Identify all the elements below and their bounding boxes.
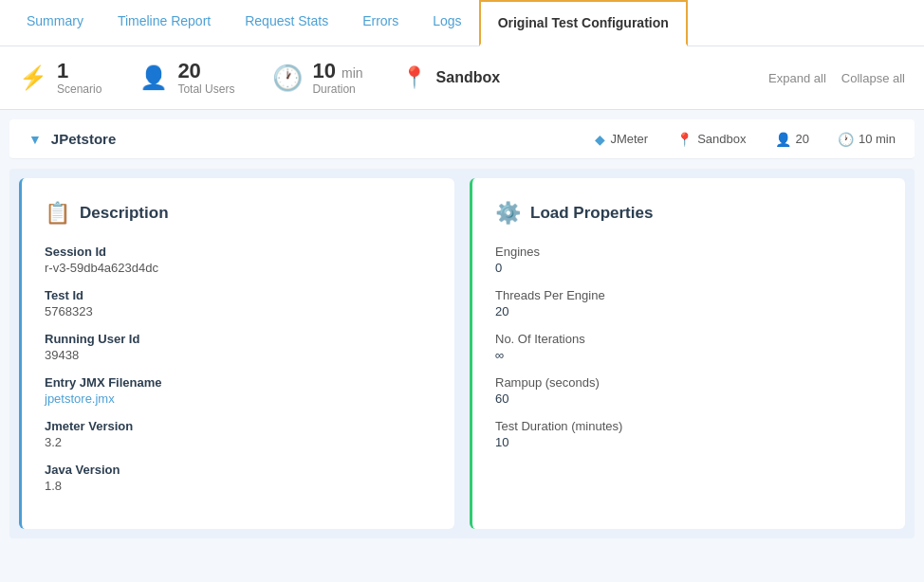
row-users-icon: 👤 <box>775 132 791 147</box>
running-user-id-label: Running User Id <box>45 332 432 346</box>
entry-jmx-value[interactable]: jpetstore.jmx <box>45 391 432 406</box>
session-id-label: Session Id <box>45 245 432 259</box>
users-label: Total Users <box>177 82 234 96</box>
field-java-version: Java Version 1.8 <box>45 463 432 493</box>
rampup-label: Rampup (seconds) <box>495 375 882 390</box>
summary-users: 👤 20 Total Users <box>139 60 272 96</box>
tab-timeline[interactable]: Timeline Report <box>101 0 228 45</box>
field-entry-jmx: Entry JMX Filename jpetstore.jmx <box>45 375 432 406</box>
test-id-value: 5768323 <box>45 304 432 318</box>
load-card: ⚙️ Load Properties Engines 0 Threads Per… <box>470 178 905 529</box>
load-rampup: Rampup (seconds) 60 <box>495 375 882 406</box>
jmeter-version-label: Jmeter Version <box>45 419 432 433</box>
field-running-user-id: Running User Id 39438 <box>45 332 432 362</box>
tabs-bar: Summary Timeline Report Request Stats Er… <box>0 0 924 46</box>
summary-location: 📍 Sandbox <box>401 65 539 90</box>
location-value: Sandbox <box>697 132 746 146</box>
summary-bar: ⚡ 1 Scenario 👤 20 Total Users 🕐 10 min D… <box>0 46 924 110</box>
engine-value: JMeter <box>610 132 648 146</box>
users-value: 20 <box>177 60 234 82</box>
tab-request-stats[interactable]: Request Stats <box>228 0 345 45</box>
load-card-icon: ⚙️ <box>495 201 521 226</box>
pin-icon: 📍 <box>401 65 427 90</box>
load-engines: Engines 0 <box>495 245 882 275</box>
speed-icon: ⚡ <box>19 64 47 91</box>
location-meta: 📍 Sandbox <box>676 132 746 147</box>
row-collapse-arrow[interactable]: ▼ <box>28 132 42 147</box>
summary-scenario: ⚡ 1 Scenario <box>19 60 139 96</box>
users-meta: 👤 20 <box>775 132 809 147</box>
row-duration-value: 10 min <box>859 132 896 146</box>
duration-meta: 🕐 10 min <box>838 132 896 147</box>
description-card: 📋 Description Session Id r-v3-59db4a623d… <box>19 178 454 529</box>
test-name: JPetstore <box>51 131 596 147</box>
test-id-label: Test Id <box>45 288 432 302</box>
scenario-label: Scenario <box>57 82 102 96</box>
row-clock-icon: 🕐 <box>838 132 854 147</box>
running-user-id-value: 39438 <box>45 348 432 362</box>
engines-label: Engines <box>495 245 882 259</box>
load-test-duration: Test Duration (minutes) 10 <box>495 419 882 449</box>
description-card-title: Description <box>80 204 169 223</box>
java-version-value: 1.8 <box>45 479 432 493</box>
collapse-all-link[interactable]: Collapse all <box>841 71 905 85</box>
tab-logs[interactable]: Logs <box>416 0 478 45</box>
java-version-label: Java Version <box>45 463 432 477</box>
jmeter-version-value: 3.2 <box>45 435 432 449</box>
load-threads: Threads Per Engine 20 <box>495 288 882 318</box>
session-id-value: r-v3-59db4a623d4dc <box>45 261 432 275</box>
expand-collapse: Expand all Collapse all <box>768 71 905 85</box>
engine-meta: ◆ JMeter <box>595 132 648 147</box>
diamond-icon: ◆ <box>595 132 605 147</box>
iterations-label: No. Of Iterations <box>495 332 882 346</box>
test-duration-label: Test Duration (minutes) <box>495 419 882 433</box>
location-value: Sandbox <box>436 69 501 86</box>
row-users-value: 20 <box>796 132 809 146</box>
threads-value: 20 <box>495 304 882 318</box>
test-row-meta: ◆ JMeter 📍 Sandbox 👤 20 🕐 10 min <box>595 132 896 147</box>
tab-summary[interactable]: Summary <box>9 0 101 45</box>
users-icon: 👤 <box>139 64 168 91</box>
threads-label: Threads Per Engine <box>495 288 882 302</box>
test-duration-value: 10 <box>495 435 882 449</box>
load-iterations: No. Of Iterations ∞ <box>495 332 882 362</box>
cards-area: 📋 Description Session Id r-v3-59db4a623d… <box>9 169 915 538</box>
clock-icon: 🕐 <box>272 64 303 93</box>
load-card-title: Load Properties <box>530 204 653 223</box>
field-jmeter-version: Jmeter Version 3.2 <box>45 419 432 449</box>
iterations-value: ∞ <box>495 348 882 362</box>
rampup-value: 60 <box>495 391 882 406</box>
duration-label: Duration <box>312 82 362 96</box>
field-test-id: Test Id 5768323 <box>45 288 432 318</box>
engines-value: 0 <box>495 261 882 275</box>
expand-all-link[interactable]: Expand all <box>768 71 826 85</box>
field-session-id: Session Id r-v3-59db4a623d4dc <box>45 245 432 275</box>
duration-value: 10 min <box>312 60 362 82</box>
location-pin-icon: 📍 <box>676 132 693 147</box>
description-card-icon: 📋 <box>45 201 70 226</box>
tab-original-config[interactable]: Original Test Configuration <box>479 0 688 46</box>
scenario-value: 1 <box>57 60 102 82</box>
entry-jmx-label: Entry JMX Filename <box>45 375 432 390</box>
test-row: ▼ JPetstore ◆ JMeter 📍 Sandbox 👤 20 🕐 10… <box>9 119 915 159</box>
tab-errors[interactable]: Errors <box>345 0 416 45</box>
description-card-header: 📋 Description <box>45 201 432 226</box>
load-card-header: ⚙️ Load Properties <box>495 201 882 226</box>
summary-duration: 🕐 10 min Duration <box>272 60 400 96</box>
